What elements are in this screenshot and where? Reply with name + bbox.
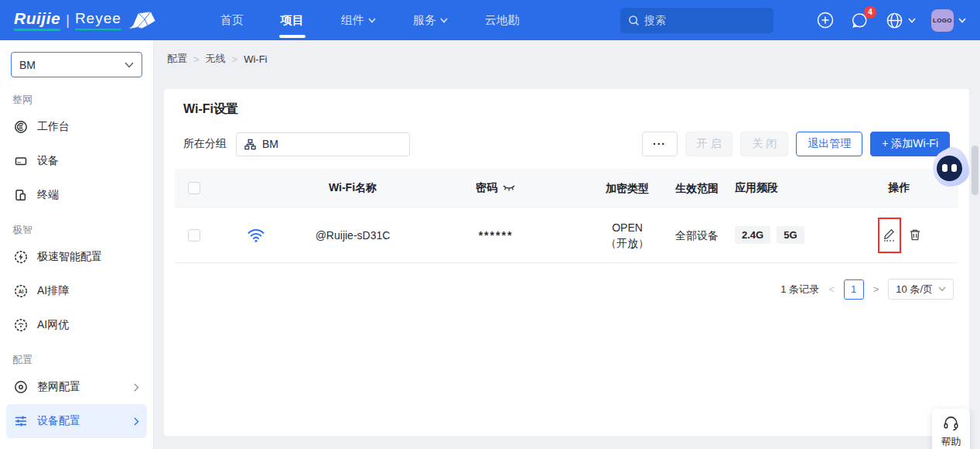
- header-wifi-name: Wi-Fi名称: [299, 181, 407, 195]
- header-password-label: 密码: [476, 181, 497, 195]
- nav-item-home[interactable]: 首页: [202, 0, 262, 40]
- breadcrumb-separator: >: [232, 53, 238, 65]
- current-page-button[interactable]: 1: [844, 279, 864, 300]
- main-content: 配置 > 无线 > Wi-Fi Wi-Fi设置 所在分组 BM ··· 开 启 …: [155, 40, 980, 449]
- edit-underline: [884, 240, 894, 242]
- plus-circle-icon: [817, 12, 834, 29]
- assistant-mascot[interactable]: [933, 148, 969, 187]
- toolbar: ··· 开 启 关 闭 退出管理 + 添加Wi-Fi: [642, 132, 951, 156]
- mascot-eye: [942, 164, 948, 172]
- brand-divider: |: [66, 12, 70, 29]
- sidebar-item-ai-troubleshooting[interactable]: AI AI排障: [6, 274, 147, 308]
- active-tab-indicator: [279, 35, 306, 38]
- wifi-table: Wi-Fi名称 密码 加密类型 生效范围 应用频段 操作 @Ruijie-sD3…: [175, 169, 958, 263]
- chevron-down-icon: [958, 18, 966, 23]
- enable-button[interactable]: 开 启: [685, 132, 733, 156]
- breadcrumb-separator: >: [193, 53, 200, 65]
- sidebar-item-quick-smart-config[interactable]: 极速智能配置: [6, 240, 147, 274]
- nav-item-label: 组件: [341, 13, 364, 28]
- breadcrumb: 配置 > 无线 > Wi-Fi: [155, 40, 980, 66]
- nav-item-services[interactable]: 服务: [394, 0, 466, 40]
- sidebar-item-label: 工作台: [37, 120, 139, 134]
- page-size-select[interactable]: 10 条/页: [888, 279, 954, 300]
- workbench-icon: [14, 120, 28, 134]
- nav-item-label: 首页: [220, 13, 244, 28]
- add-circle-button[interactable]: [817, 12, 834, 29]
- nav-item-cloud-survey[interactable]: 云地勘: [466, 0, 538, 40]
- disable-button[interactable]: 关 闭: [740, 132, 788, 156]
- account-menu[interactable]: LOGO: [931, 9, 966, 32]
- top-navbar: Ruijie | Reyee 首页 项目 组件 服务 云地勘: [0, 0, 980, 40]
- encryption-type: OPEN: [585, 220, 670, 235]
- sidebar-item-device-config[interactable]: 设备配置: [6, 404, 147, 438]
- help-widget[interactable]: 帮助: [932, 409, 970, 449]
- language-button[interactable]: [886, 12, 916, 29]
- chevron-right-icon: [134, 417, 139, 426]
- trash-icon: [909, 228, 921, 242]
- sidebar-section-network: 整网: [0, 82, 153, 110]
- sidebar: BM 整网 工作台 设备 终端 极智 极速智能配置 AI AI排障 AI网优 配…: [0, 40, 154, 449]
- chevron-right-icon: [134, 383, 139, 392]
- sidebar-item-ai-network-optimization[interactable]: AI网优: [6, 308, 147, 342]
- chevron-down-icon: [440, 18, 448, 23]
- band-tag-5g: 5G: [777, 226, 804, 244]
- sliders-icon: [14, 414, 28, 428]
- row-checkbox[interactable]: [188, 229, 200, 242]
- nav-item-components[interactable]: 组件: [323, 0, 394, 40]
- encryption-cell: OPEN （开放）: [585, 220, 670, 251]
- brand-bird-icon: [128, 10, 157, 30]
- sidebar-item-devices[interactable]: 设备: [6, 144, 147, 178]
- sidebar-item-label: 设备: [37, 154, 139, 168]
- scrollbar-thumb[interactable]: [971, 146, 978, 195]
- chevron-down-icon: [938, 286, 946, 292]
- delete-button[interactable]: [909, 228, 921, 242]
- nav-item-projects[interactable]: 项目: [262, 0, 323, 40]
- exit-management-button[interactable]: 退出管理: [796, 132, 862, 156]
- avatar: LOGO: [931, 9, 954, 32]
- ai-badge-icon: AI: [14, 284, 28, 298]
- table-row: @Ruijie-sD31C ****** OPEN （开放） 全部设备 2.4G…: [175, 207, 958, 263]
- group-select[interactable]: BM: [11, 52, 142, 77]
- page-title: Wi-Fi设置: [175, 101, 958, 118]
- help-label: 帮助: [941, 435, 961, 449]
- header-bands: 应用频段: [724, 181, 840, 195]
- nav-item-label: 项目: [281, 13, 304, 28]
- more-actions-button[interactable]: ···: [642, 132, 678, 156]
- prev-page-button[interactable]: <: [827, 283, 836, 295]
- scope-cell: 全部设备: [670, 228, 724, 243]
- chevron-down-icon: [368, 18, 376, 23]
- sidebar-item-clients[interactable]: 终端: [6, 178, 147, 212]
- sidebar-section-smart: 极智: [0, 212, 153, 240]
- sidebar-item-workbench[interactable]: 工作台: [6, 110, 147, 144]
- device-icon: [14, 154, 28, 168]
- brand-logo[interactable]: Ruijie | Reyee: [14, 9, 157, 31]
- encryption-note: （开放）: [585, 235, 670, 251]
- search-input[interactable]: [644, 14, 760, 26]
- select-all-checkbox[interactable]: [188, 182, 200, 194]
- edit-button[interactable]: [883, 228, 895, 242]
- header-encryption: 加密类型: [585, 180, 670, 196]
- chevron-down-icon: [908, 18, 916, 23]
- sidebar-item-label: AI网优: [37, 318, 139, 332]
- eye-closed-icon[interactable]: [502, 183, 516, 193]
- group-field-label: 所在分组: [183, 137, 227, 151]
- breadcrumb-item[interactable]: 无线: [206, 52, 226, 66]
- messages-button[interactable]: 4: [851, 12, 869, 29]
- next-page-button[interactable]: >: [872, 283, 881, 295]
- wifi-hex-icon: [14, 318, 28, 332]
- sidebar-item-network-config[interactable]: 整网配置: [6, 370, 147, 404]
- globe-icon: [886, 12, 903, 29]
- record-count: 1 条记录: [780, 283, 819, 296]
- brand-name: Ruijie: [14, 9, 60, 31]
- terminal-icon: [14, 188, 28, 202]
- breadcrumb-item-current: Wi-Fi: [244, 53, 267, 65]
- table-header-row: Wi-Fi名称 密码 加密类型 生效范围 应用频段 操作: [175, 169, 958, 207]
- sidebar-section-config: 配置: [0, 342, 153, 370]
- breadcrumb-item[interactable]: 配置: [167, 52, 187, 66]
- bolt-circle-icon: [14, 250, 28, 264]
- header-password: 密码: [407, 181, 585, 195]
- group-input[interactable]: BM: [236, 132, 410, 156]
- nav-item-label: 服务: [413, 13, 436, 28]
- message-count-badge: 4: [864, 6, 876, 19]
- navbar-actions: 4: [817, 12, 916, 29]
